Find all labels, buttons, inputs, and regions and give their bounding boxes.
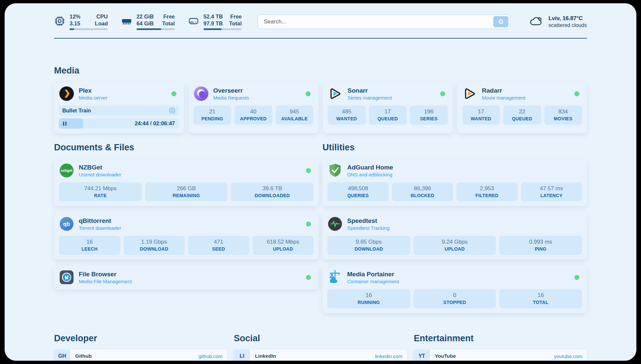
section-title-documents: Documents & Files	[54, 142, 319, 153]
stat-tile: 196SERIES	[410, 106, 448, 125]
disk-total-label: Total	[229, 20, 242, 27]
stat-tile: 485WANTED	[328, 106, 366, 125]
app-subtitle: Media Requests	[213, 95, 249, 101]
stat-tile: 9.65 GbpsDOWNLOAD	[327, 236, 410, 255]
app-card-speedtest[interactable]: Speedtest Speedtest Tracking 9.65 GbpsDO…	[322, 212, 587, 259]
status-dot	[306, 275, 311, 280]
app-title: Speedtest	[347, 217, 389, 225]
cpu-load-label: Load	[95, 20, 108, 27]
linkedin-abbr-icon: LI	[234, 349, 250, 361]
status-dot	[306, 168, 311, 173]
section-title-media: Media	[54, 66, 587, 76]
radarr-icon	[462, 86, 477, 101]
stat-tile: 0STOPPED	[413, 289, 496, 308]
stat-tile: 9.24 GbpsUPLOAD	[413, 236, 496, 255]
cloud-icon	[529, 15, 544, 29]
stat-tile: 17WANTED	[462, 106, 500, 125]
stat-tile: 471SEED	[188, 236, 249, 255]
stat-tile: 2,953FILTERED	[456, 182, 518, 201]
stat-tile: 834MOVIES	[544, 106, 582, 125]
ram-total-label: Total	[162, 20, 175, 27]
stat-tile: 16RUNNING	[327, 289, 410, 308]
status-dot	[171, 91, 176, 96]
cpu-icon	[54, 15, 65, 28]
search-engine-button[interactable]: G	[493, 16, 508, 27]
section-title-developer: Developer	[54, 333, 227, 344]
media-card-grid: Plex Media server Bullet Train 24:44 / 0…	[54, 82, 587, 133]
weather-widget: Lviv, 16.87°C scattered clouds	[529, 15, 587, 29]
stat-tile: 0.993 msPING	[499, 236, 582, 255]
app-subtitle: Series management	[348, 95, 392, 101]
app-subtitle: Usenet downloader	[79, 171, 121, 178]
ram-free-label: Free	[163, 13, 175, 20]
stat-tile: 498,508QUERIES	[327, 182, 389, 201]
media-details-icon[interactable]	[169, 107, 176, 114]
plex-icon	[59, 86, 74, 101]
disk-free-label: Free	[230, 13, 242, 20]
app-card-nzbget[interactable]: nzbget NZBGet Usenet downloader 744.21 M…	[54, 159, 319, 206]
disk-stat: 52.4 TBFree 97.9 TBTotal	[188, 13, 242, 30]
documents-column: Documents & Files nzbget NZBGet Usenet d…	[54, 142, 319, 313]
ram-free: 22 GiB	[137, 13, 154, 20]
qbittorrent-icon: qb	[59, 216, 74, 231]
stat-tile: 266 GBREMAINING	[145, 182, 228, 201]
disk-free: 52.4 TB	[203, 13, 223, 20]
status-dot	[306, 91, 311, 96]
filebrowser-icon	[59, 270, 74, 285]
status-dot	[440, 91, 445, 96]
ram-stat: 22 GiBFree 64 GiBTotal	[121, 13, 175, 30]
app-card-sonarr[interactable]: Sonarr Series management 485WANTED 17QUE…	[323, 82, 453, 133]
app-card-adguard[interactable]: AdGuard Home DNS and adblocking 498,508Q…	[322, 159, 587, 206]
social-links: Social LI LinkedIn linkedin.com TW Twitt…	[234, 333, 407, 361]
stat-tile: 39.6 TBDOWNLOADED	[231, 182, 314, 201]
app-subtitle: DNS and adblocking	[347, 171, 393, 178]
section-title-social: Social	[234, 333, 407, 344]
link-row-github[interactable]: GH Github github.com	[54, 349, 227, 361]
now-playing-title: Bullet Train	[62, 108, 91, 114]
cpu-usage: 12%	[70, 13, 80, 20]
stat-tile: 21PENDING	[194, 106, 231, 125]
adguard-icon	[327, 163, 343, 178]
app-card-qbittorrent[interactable]: qb qBittorrent Torrent downloader 16LEEC…	[54, 212, 319, 259]
status-dot	[574, 91, 579, 96]
header-divider	[54, 38, 587, 39]
stat-tile: 17QUEUED	[369, 106, 407, 125]
link-row-linkedin[interactable]: LI LinkedIn linkedin.com	[234, 349, 407, 361]
app-subtitle: Container management	[347, 278, 399, 285]
sonarr-icon	[328, 86, 343, 101]
stat-tile: 40APPROVED	[234, 106, 272, 125]
ram-total: 64 GiB	[137, 20, 154, 27]
link-row-youtube[interactable]: YT YouTube youtube.com	[414, 349, 587, 361]
top-bar: 12%CPU 3.15Load 22 GiBFree 64 GiBTotal	[54, 13, 587, 30]
cpu-progress-fill	[70, 28, 74, 30]
app-title: AdGuard Home	[347, 164, 393, 171]
stat-tile: 744.21 MbpsRATE	[59, 182, 142, 201]
svg-text:qb: qb	[63, 221, 70, 227]
app-title: NZBGet	[79, 164, 121, 171]
app-title: Radarr	[482, 87, 526, 95]
app-card-portainer[interactable]: Media Portainer Container management 16R…	[322, 265, 587, 313]
app-title: Sonarr	[348, 87, 392, 95]
app-subtitle: Movie management	[482, 95, 526, 101]
search-bar: G	[258, 15, 510, 29]
speedtest-icon	[327, 216, 343, 231]
stat-tile: 1.19 GbpsDOWNLOAD	[124, 236, 185, 255]
ram-progress-fill	[137, 28, 161, 30]
app-card-plex[interactable]: Plex Media server Bullet Train 24:44 / 0…	[54, 82, 184, 133]
app-card-overseerr[interactable]: Overseerr Media Requests 21PENDING 40APP…	[189, 82, 319, 133]
weather-location-temp: Lviv, 16.87°C	[548, 15, 587, 22]
portainer-icon	[327, 270, 343, 285]
app-card-filebrowser[interactable]: File Browser Media File Management	[54, 265, 319, 289]
disk-progress-track	[203, 28, 242, 30]
stat-tile: 47.57 msLATENCY	[521, 182, 582, 201]
disk-total: 97.9 TB	[203, 20, 223, 27]
app-title: Overseerr	[213, 87, 249, 95]
app-card-radarr[interactable]: Radarr Movie management 17WANTED 22QUEUE…	[457, 82, 587, 133]
status-dot	[306, 222, 311, 227]
stat-tile: 16LEECH	[59, 236, 120, 255]
app-subtitle: Media server	[79, 95, 107, 101]
search-input[interactable]	[258, 15, 510, 29]
nzbget-icon: nzbget	[59, 163, 74, 178]
stat-tile: 22QUEUED	[503, 106, 541, 125]
playback-time: 24:44 / 02:06:47	[135, 118, 175, 129]
